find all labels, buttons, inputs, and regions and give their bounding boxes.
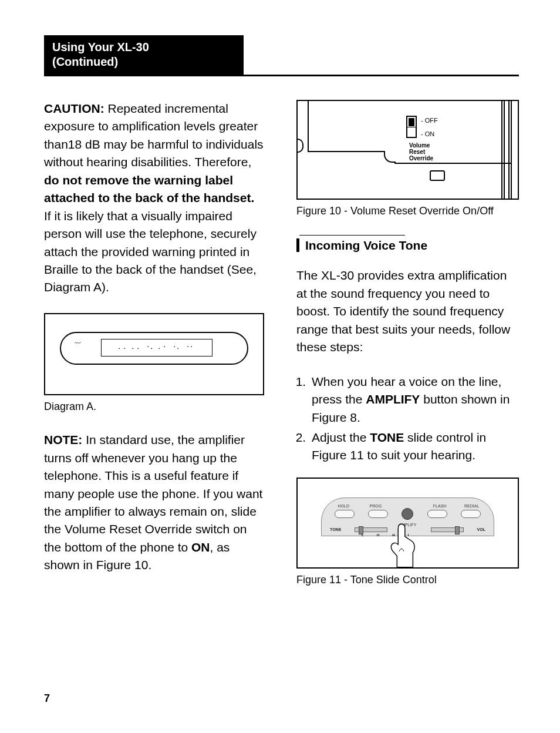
header-title-block: Using Your XL-30 (Continued) (44, 35, 244, 75)
vol-slider-icon (431, 527, 464, 532)
edge-strip-icon (501, 101, 505, 199)
button-label-row: HOLD PROG FLASH REDIAL (322, 504, 494, 508)
vro-l3: Override (409, 155, 433, 162)
note-text-1: In standard use, the amplifier turns off… (44, 433, 262, 554)
heading-overline (299, 235, 405, 236)
tone-slider-icon (355, 527, 387, 532)
page-number: 7 (44, 692, 50, 705)
prog-button-icon (368, 510, 388, 518)
header-title-line1: Using Your XL-30 (52, 41, 149, 53)
figure-10: - OFF - ON Volume Reset Override (296, 100, 519, 200)
handset-wave-icon: 〰 (75, 340, 81, 347)
caution-label: CAUTION: (44, 102, 104, 115)
vol-slider-knob (455, 526, 460, 534)
incoming-voice-tone-heading: Incoming Voice Tone (296, 238, 519, 252)
button-outline-icon (430, 170, 445, 181)
step1-amplify: AMPLIFY (366, 392, 420, 406)
tone-intro: The XL-30 provides extra amplification a… (296, 267, 519, 356)
fig10-line (308, 101, 309, 151)
switch-knob (409, 118, 414, 126)
step-1: When you hear a voice on the line, press… (309, 373, 519, 426)
step2-a: Adjust the (312, 431, 370, 444)
flash-label: FLASH (425, 504, 454, 508)
diagram-a-caption: Diagram A. (44, 400, 264, 413)
vro-l2: Reset (409, 149, 425, 155)
step-2: Adjust the TONE slide control in Figure … (309, 429, 519, 465)
caution-paragraph: CAUTION: Repeated incremental exposure t… (44, 100, 264, 297)
step2-tone: TONE (370, 431, 404, 444)
fig10-line (394, 163, 512, 164)
header-title-line2: (Continued) (52, 55, 118, 68)
section-title-text: Incoming Voice Tone (305, 238, 427, 252)
figure-11-caption: Figure 11 - Tone Slide Control (296, 573, 519, 587)
note-on: ON (191, 540, 210, 554)
switch-divider (407, 127, 416, 127)
flash-button-icon (427, 510, 447, 518)
phone-buttons-row (322, 510, 494, 520)
caution-text-2: If it is likely that a visually impaired… (44, 209, 257, 294)
edge-strip-icon (508, 101, 512, 199)
fig10-line (308, 151, 384, 152)
steps-list: When you hear a voice on the line, press… (296, 373, 519, 465)
override-switch-icon (406, 116, 417, 138)
diagram-a: 〰 ⠄⠄ ⠄⠄ ⠐⠄ ⠄⠂ ⠐⠄ ⠐⠂ (44, 313, 264, 395)
switch-on-label: - ON (421, 130, 434, 137)
redial-button-icon (461, 510, 481, 518)
pointing-finger-icon (386, 523, 420, 569)
figure-10-caption: Figure 10 - Volume Reset Override On/Off (296, 204, 519, 218)
vro-l1: Volume (409, 142, 430, 149)
fig10-line (384, 151, 396, 163)
caution-bold: do not remove the warning label attached… (44, 173, 254, 204)
note-label: NOTE: (44, 433, 82, 446)
tone-label: TONE (330, 527, 341, 532)
hold-button-icon (335, 510, 355, 518)
prog-label: PROG (361, 504, 390, 508)
fig10-bump (298, 139, 303, 153)
braille-label: ⠄⠄ ⠄⠄ ⠐⠄ ⠄⠂ ⠐⠄ ⠐⠂ (101, 339, 212, 357)
switch-off-label: - OFF (421, 117, 438, 124)
vro-label: Volume Reset Override (409, 142, 433, 162)
section-header: Using Your XL-30 (Continued) (44, 35, 519, 76)
figure-11: HOLD PROG FLASH REDIAL AMPLIFY TONE (296, 478, 519, 569)
hold-label: HOLD (329, 504, 358, 508)
note-paragraph: NOTE: In standard use, the amplifier tur… (44, 431, 264, 574)
vol-label: VOL (477, 527, 485, 532)
redial-label: REDIAL (457, 504, 487, 508)
amplify-button-icon (402, 508, 413, 520)
